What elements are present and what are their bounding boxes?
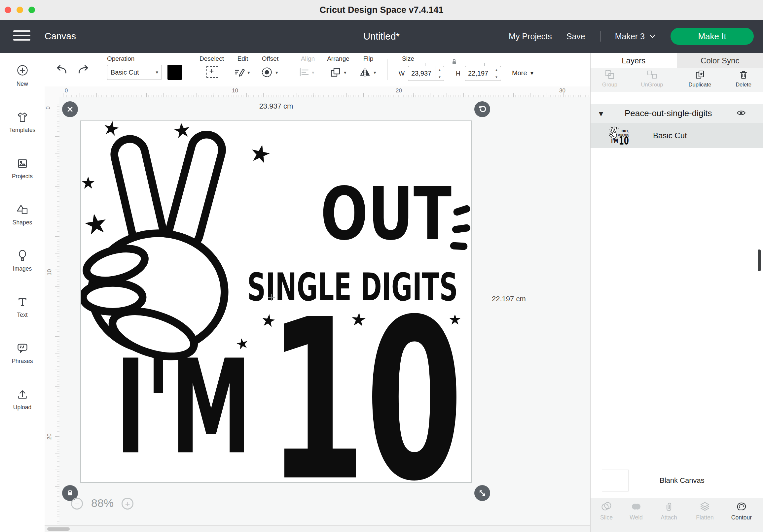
flatten-icon bbox=[699, 501, 710, 512]
resize-handle[interactable] bbox=[474, 485, 490, 501]
duplicate-button[interactable]: Duplicate bbox=[683, 70, 716, 88]
sidebar-item-upload[interactable]: Upload bbox=[0, 376, 45, 422]
size-lock-icon[interactable] bbox=[450, 58, 460, 67]
selection-height-label: 22.197 cm bbox=[492, 295, 526, 303]
more-chevron-icon: ▼ bbox=[530, 71, 534, 76]
flip-icon[interactable] bbox=[359, 66, 371, 78]
attach-icon bbox=[663, 501, 675, 512]
sidebar-item-projects[interactable]: Projects bbox=[0, 145, 45, 191]
toolbar-divider bbox=[387, 59, 388, 80]
selected-object-peace-out-design[interactable] bbox=[80, 121, 472, 483]
edit-chevron-icon[interactable]: ▾ bbox=[247, 70, 250, 76]
layer-group-row[interactable]: ▾ Peace-out-single-digits bbox=[591, 104, 763, 123]
sidebar-item-templates[interactable]: Templates bbox=[0, 99, 45, 145]
text-icon bbox=[16, 295, 29, 309]
sidebar-item-images[interactable]: Images bbox=[0, 238, 45, 284]
arrange-chevron-icon[interactable]: ▾ bbox=[344, 70, 347, 76]
rotation-center-marker bbox=[267, 293, 276, 302]
rotate-icon bbox=[477, 104, 487, 114]
height-increase-icon: ▲ bbox=[492, 66, 501, 74]
offset-chevron-icon[interactable]: ▾ bbox=[275, 70, 278, 76]
ungroup-icon bbox=[647, 70, 657, 80]
chevron-down-icon bbox=[649, 34, 656, 39]
zoom-level: 88% bbox=[86, 497, 119, 509]
sidebar-item-shapes[interactable]: Shapes bbox=[0, 191, 45, 238]
slice-icon bbox=[601, 501, 612, 512]
slice-button: Slice bbox=[593, 501, 620, 521]
resize-icon bbox=[477, 488, 487, 498]
app-window: OUT SINGLE DIGITS I'M 10 Cricut Design S… bbox=[0, 0, 763, 532]
layer-name: Basic Cut bbox=[653, 131, 687, 140]
blank-canvas-swatch[interactable] bbox=[602, 470, 629, 491]
more-button[interactable]: More▼ bbox=[512, 69, 534, 77]
header-divider bbox=[600, 31, 600, 42]
layer-actions-bar: Group UnGroup Duplicate Delete bbox=[591, 68, 763, 92]
tab-layers[interactable]: Layers bbox=[591, 53, 677, 68]
horizontal-scrollbar[interactable] bbox=[45, 525, 590, 532]
zoom-in-button[interactable]: + bbox=[122, 498, 134, 509]
chevron-down-icon: ▾ bbox=[156, 69, 158, 75]
templates-icon bbox=[16, 111, 29, 124]
horizontal-scrollbar-thumb[interactable] bbox=[47, 527, 70, 531]
attach-button: Attach bbox=[655, 501, 683, 521]
edit-label: Edit bbox=[230, 55, 256, 62]
width-stepper[interactable]: ▲▼ bbox=[435, 66, 444, 80]
group-icon bbox=[605, 70, 615, 80]
edit-icon[interactable] bbox=[234, 66, 245, 78]
operation-dropdown[interactable]: Basic Cut ▾ bbox=[107, 65, 162, 80]
align-label: Align bbox=[295, 55, 321, 62]
canvas-label: Canvas bbox=[45, 20, 76, 53]
sidebar-item-phrases[interactable]: Phrases bbox=[0, 330, 45, 376]
remove-selection-handle[interactable] bbox=[62, 101, 78, 117]
height-decrease-icon: ▼ bbox=[492, 74, 501, 81]
undo-button[interactable] bbox=[54, 63, 69, 77]
visibility-eye-icon[interactable] bbox=[736, 109, 746, 118]
app-header: Canvas Untitled* My Projects Save Maker … bbox=[0, 20, 763, 53]
contour-button[interactable]: Contour bbox=[728, 501, 755, 521]
document-title[interactable]: Untitled* bbox=[363, 20, 400, 53]
sidebar-item-new[interactable]: New bbox=[0, 53, 45, 99]
deselect-label: Deselect bbox=[195, 55, 228, 62]
titlebar: Cricut Design Space v7.4.141 bbox=[0, 0, 763, 20]
layer-group-name: Peace-out-single-digits bbox=[625, 108, 712, 119]
height-input[interactable]: 22,197 ▲▼ bbox=[465, 66, 501, 81]
vertical-scrollbar-thumb[interactable] bbox=[758, 249, 761, 271]
left-sidebar: New Templates Projects Shapes Images Tex… bbox=[0, 53, 45, 532]
rotate-handle[interactable] bbox=[474, 101, 490, 117]
toolbar-divider bbox=[292, 59, 292, 80]
align-chevron-icon: ▾ bbox=[312, 70, 314, 76]
close-icon bbox=[65, 104, 75, 114]
flip-chevron-icon[interactable]: ▾ bbox=[374, 70, 376, 76]
boolean-actions-bar: Slice Weld Attach Flatten Contour bbox=[591, 498, 763, 532]
width-input[interactable]: 23,937 ▲▼ bbox=[408, 66, 444, 81]
height-stepper[interactable]: ▲▼ bbox=[492, 66, 501, 80]
zoom-out-button[interactable]: − bbox=[71, 498, 83, 509]
machine-name: Maker 3 bbox=[615, 32, 645, 41]
deselect-icon bbox=[207, 67, 216, 76]
menu-button[interactable] bbox=[13, 30, 31, 43]
shapes-icon bbox=[16, 203, 29, 216]
layer-row-basic-cut[interactable]: Basic Cut bbox=[591, 123, 763, 148]
color-swatch[interactable] bbox=[167, 65, 182, 80]
save-link[interactable]: Save bbox=[567, 32, 585, 41]
make-it-button[interactable]: Make It bbox=[671, 28, 754, 45]
flip-label: Flip bbox=[358, 55, 378, 62]
offset-label: Offset bbox=[257, 55, 283, 62]
collapse-group-icon[interactable]: ▾ bbox=[599, 109, 603, 119]
weld-button: Weld bbox=[622, 501, 650, 521]
canvas-viewport[interactable]: 23.937 cm 22.197 cm − 88% + bbox=[59, 97, 590, 525]
deselect-button[interactable] bbox=[206, 66, 218, 78]
tab-color-sync[interactable]: Color Sync bbox=[677, 53, 763, 68]
toolbar-divider bbox=[190, 59, 190, 80]
weld-icon bbox=[630, 501, 642, 512]
sidebar-item-text[interactable]: Text bbox=[0, 284, 45, 330]
width-decrease-icon: ▼ bbox=[435, 74, 444, 81]
align-icon bbox=[298, 66, 310, 78]
my-projects-link[interactable]: My Projects bbox=[509, 32, 552, 41]
machine-select[interactable]: Maker 3 bbox=[615, 32, 656, 41]
delete-button[interactable]: Delete bbox=[727, 70, 760, 88]
design-artwork[interactable] bbox=[81, 121, 471, 482]
redo-button[interactable] bbox=[76, 63, 90, 77]
offset-icon[interactable] bbox=[261, 66, 273, 78]
arrange-icon[interactable] bbox=[329, 66, 341, 78]
